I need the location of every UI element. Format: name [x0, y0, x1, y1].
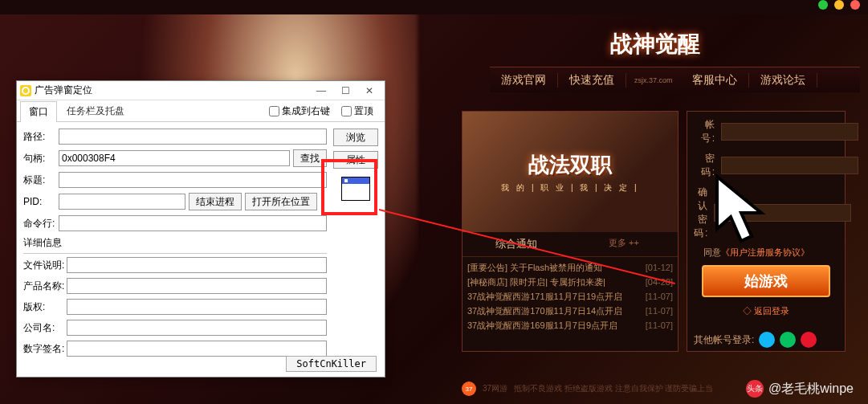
maximize-button[interactable]: ☐ — [333, 83, 357, 99]
banner-title: 战法双职 — [528, 151, 612, 179]
notice-tabs: 综合通知 更多 ++ — [463, 232, 678, 257]
game-footer: 37 37网游 抵制不良游戏 拒绝盗版游戏 注意自我保护 谨防受骗上当 — [462, 382, 713, 396]
company-input[interactable] — [67, 320, 327, 336]
list-item: [重要公告] 关于Flash被禁用的通知[01-12] — [467, 260, 673, 275]
agree-link[interactable]: 《用户注册服务协议》 — [721, 247, 809, 257]
browse-button[interactable]: 浏览 — [333, 129, 378, 146]
game-nav: 游戏官网 快速充值 zsjx.37.com 客服中心 游戏论坛 — [490, 67, 860, 92]
nav-home[interactable]: 游戏官网 — [490, 73, 558, 88]
company-label: 公司名: — [23, 321, 67, 335]
back-login-link[interactable]: ◇ 返回登录 — [694, 305, 838, 317]
filedesc-label: 文件说明: — [23, 259, 67, 272]
close-button[interactable]: ✕ — [357, 83, 381, 99]
tab-bar: 窗口 任务栏及托盘 集成到右键 置顶 — [17, 100, 385, 122]
tab-tray[interactable]: 任务栏及托盘 — [59, 101, 132, 121]
app-icon — [20, 85, 31, 96]
divider — [23, 253, 327, 254]
toutiao-icon: 头条 — [746, 380, 764, 398]
pwd2-input[interactable] — [714, 204, 851, 222]
minimize-button[interactable]: — — [309, 83, 333, 99]
wechat-icon[interactable] — [780, 332, 796, 348]
cmd-label: 命令行: — [23, 217, 59, 231]
filedesc-input[interactable] — [67, 257, 327, 273]
pwd-label: 密 码: — [694, 152, 716, 179]
titlebar[interactable]: 广告弹窗定位 — ☐ ✕ — [17, 81, 385, 100]
pwd-input[interactable] — [721, 157, 858, 174]
handle-input[interactable] — [59, 150, 290, 166]
other-login: 其他帐号登录: — [694, 332, 838, 348]
nav-cs[interactable]: 客服中心 — [681, 73, 749, 88]
callout-box — [321, 159, 377, 215]
promo-banner[interactable]: 战法双职 我 的 | 职 业 | 我 | 决 定 | — [463, 112, 678, 232]
traffic-yellow-icon — [834, 0, 844, 10]
pid-label: PID: — [23, 196, 59, 207]
softcnkiller-button[interactable]: SoftCnKiller — [286, 356, 377, 372]
detail-header: 详细信息 — [23, 236, 327, 250]
traffic-red-icon — [850, 0, 860, 10]
user-input[interactable] — [721, 123, 858, 141]
topmost-checkbox[interactable]: 置顶 — [341, 104, 373, 118]
weibo-icon[interactable] — [801, 332, 817, 348]
notice-list: [重要公告] 关于Flash被禁用的通知[01-12] [神秘商店] 限时开启|… — [463, 257, 678, 336]
banner-sub: 我 的 | 职 业 | 我 | 决 定 | — [501, 182, 638, 194]
login-panel: 帐 号: 密 码: 确认密码: 同意《用户注册服务协议》 始游戏 ◇ 返回登录 … — [687, 111, 846, 352]
form-left: 路径: 句柄:查找 标题: PID:结束进程打开所在位置 命令行: 详细信息 文… — [23, 129, 327, 361]
sign-input[interactable] — [67, 341, 327, 357]
copyright-label: 版权: — [23, 300, 67, 314]
nav-pay[interactable]: 快速充值 — [558, 73, 626, 88]
window-title: 广告弹窗定位 — [35, 84, 309, 97]
locator-app-window: 广告弹窗定位 — ☐ ✕ 窗口 任务栏及托盘 集成到右键 置顶 路径: 句柄:查… — [16, 80, 385, 377]
context-menu-checkbox[interactable]: 集成到右键 — [269, 104, 330, 118]
tab-window[interactable]: 窗口 — [20, 101, 57, 122]
open-location-button[interactable]: 打开所在位置 — [245, 193, 317, 210]
copyright-input[interactable] — [67, 299, 327, 315]
traffic-green-icon — [818, 0, 828, 10]
list-item: 37战神觉醒西游170服11月7日14点开启[11-07] — [467, 304, 673, 318]
path-input[interactable] — [59, 129, 327, 145]
notice-more[interactable]: 更多 ++ — [570, 232, 678, 256]
qq-icon[interactable] — [759, 332, 775, 348]
prodname-input[interactable] — [67, 278, 327, 294]
list-item: 37战神觉醒西游171服11月7日19点开启[11-07] — [467, 289, 673, 304]
path-label: 路径: — [23, 130, 59, 144]
prodname-label: 产品名称: — [23, 280, 67, 293]
37-logo-icon: 37 — [462, 382, 476, 396]
user-label: 帐 号: — [694, 118, 716, 145]
end-process-button[interactable]: 结束进程 — [189, 193, 242, 210]
pwd2-label: 确认密码: — [694, 186, 709, 240]
window-traffic-lights — [818, 0, 860, 10]
watermark: 头条 @老毛桃winpe — [746, 380, 854, 398]
footer-brand: 37网游 — [483, 383, 507, 394]
pid-input[interactable] — [59, 194, 185, 210]
nav-domain: zsjx.37.com — [626, 76, 681, 84]
sign-label: 数字签名: — [23, 342, 67, 356]
game-logo: 战神觉醒 — [610, 29, 700, 59]
handle-label: 句柄: — [23, 152, 59, 165]
watermark-text: @老毛桃winpe — [768, 381, 854, 398]
title-label: 标题: — [23, 173, 59, 187]
list-item: 37战神觉醒西游169服11月7日9点开启[11-07] — [467, 318, 673, 333]
cmd-input[interactable] — [59, 215, 327, 231]
footer-text: 抵制不良游戏 拒绝盗版游戏 注意自我保护 谨防受骗上当 — [514, 383, 713, 394]
nav-forum[interactable]: 游戏论坛 — [749, 73, 817, 88]
notice-panel: 战法双职 我 的 | 职 业 | 我 | 决 定 | 综合通知 更多 ++ [重… — [462, 111, 679, 352]
agree-line: 同意《用户注册服务协议》 — [703, 247, 838, 259]
list-item: [神秘商店] 限时开启| 专属折扣来袭|[04-20] — [467, 275, 673, 289]
title-input[interactable] — [59, 172, 327, 188]
start-game-button[interactable]: 始游戏 — [702, 265, 830, 297]
